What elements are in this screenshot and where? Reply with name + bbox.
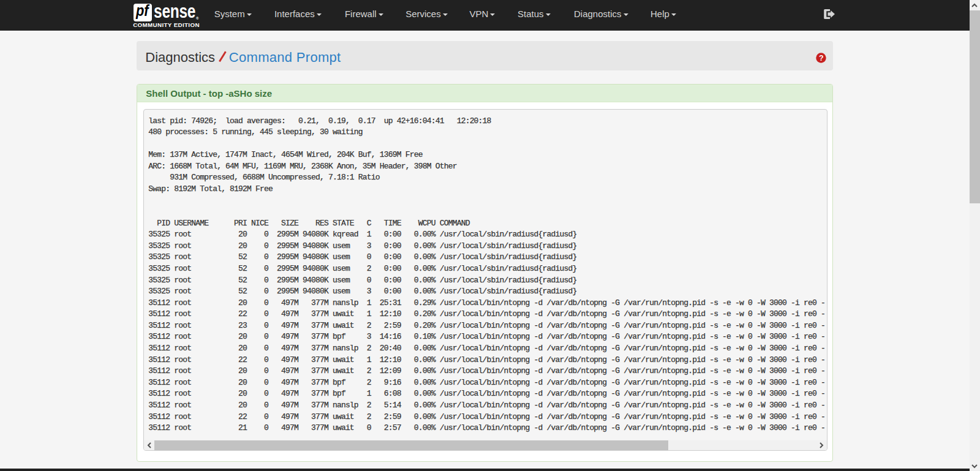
svg-text:?: ? xyxy=(818,54,823,62)
